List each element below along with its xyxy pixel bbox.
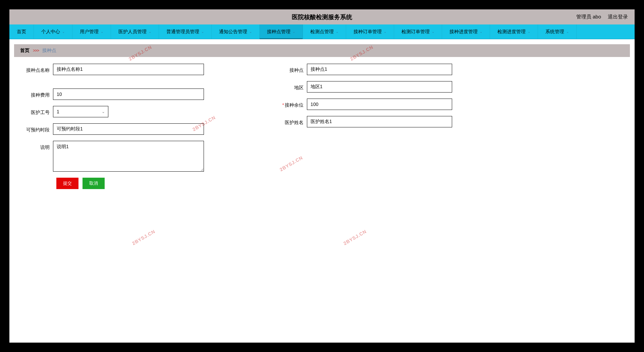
breadcrumb-separator-icon: >>> [33,48,39,53]
nav: 首页个人中心⌄用户管理⌄医护人员管理⌄普通管理员管理⌄通知公告管理⌄接种点管理⌄… [9,24,635,39]
field-description: 说明 [23,141,211,172]
chevron-down-icon: ⌄ [528,30,530,34]
input-timeslot[interactable] [53,123,204,135]
input-site[interactable] [307,64,452,75]
nav-item-label: 接种订单管理 [354,29,382,35]
nav-item-label: 首页 [17,29,26,35]
header: 医院核酸检测服务系统 管理员 abo 退出登录 [9,9,635,24]
chevron-down-icon: ⌄ [101,30,103,34]
field-remaining: *接种余位 [278,99,452,110]
nav-item-label: 医护人员管理 [118,29,147,35]
input-site-name[interactable] [53,64,204,75]
label-staff-name: 医护姓名 [278,116,307,127]
chevron-down-icon: ⌄ [384,30,386,34]
nav-item[interactable]: 普通管理员管理⌄ [159,24,212,39]
chevron-down-icon: ⌄ [480,30,482,34]
nav-item-label: 检测进度管理 [497,29,526,35]
watermark: 2BYSJ.CN [131,229,156,246]
label-description: 说明 [23,141,53,172]
chevron-down-icon: ⌄ [432,30,434,34]
select-wrap-staff-id: ⌄ [53,106,108,117]
form-column-left: 接种点名称 接种费用 医护工号 ⌄ 可预约时段 说明 [23,64,211,189]
nav-item[interactable]: 检测订单管理⌄ [394,24,442,39]
nav-item[interactable]: 接种点管理⌄ [260,24,303,39]
form-area: 接种点名称 接种费用 医护工号 ⌄ 可预约时段 说明 [9,57,635,196]
nav-item-label: 普通管理员管理 [166,29,199,35]
nav-item-label: 个人中心 [41,29,60,35]
chevron-down-icon: ⌄ [566,30,569,34]
chevron-down-icon: ⌄ [149,30,151,34]
required-mark: * [282,102,284,108]
chevron-down-icon: ⌄ [201,30,204,34]
input-cost[interactable] [53,89,204,100]
label-timeslot: 可预约时段 [23,123,53,135]
field-cost: 接种费用 [23,89,211,100]
breadcrumb-current: 接种点 [42,48,56,54]
nav-item[interactable]: 检测点管理⌄ [303,24,346,39]
field-staff-name: 医护姓名 [278,116,452,127]
submit-button[interactable]: 提交 [56,178,78,189]
app-window: 医院核酸检测服务系统 管理员 abo 退出登录 首页个人中心⌄用户管理⌄医护人员… [9,9,635,343]
breadcrumb-home[interactable]: 首页 [20,48,30,54]
nav-item-label: 通知公告管理 [219,29,247,35]
breadcrumb: 首页 >>> 接种点 [14,44,630,57]
nav-item-label: 检测点管理 [310,29,334,35]
input-staff-name[interactable] [307,116,452,127]
nav-item-label: 用户管理 [80,29,99,35]
nav-item[interactable]: 检测进度管理⌄ [490,24,538,39]
page-title: 医院核酸检测服务系统 [292,13,352,21]
logout-link[interactable]: 退出登录 [608,14,628,20]
cancel-button[interactable]: 取消 [83,178,105,189]
nav-item-label: 系统管理 [545,29,564,35]
label-remaining: *接种余位 [278,99,307,110]
chevron-down-icon: ⌄ [249,30,252,34]
form-column-right: 接种点 地区 *接种余位 医护姓名 [278,64,452,189]
label-site: 接种点 [278,64,307,75]
nav-item[interactable]: 系统管理⌄ [538,24,577,39]
label-staff-id: 医护工号 [23,106,53,117]
nav-item[interactable]: 个人中心⌄ [34,24,72,39]
field-site: 接种点 [278,64,452,75]
textarea-description[interactable] [53,141,204,172]
nav-item[interactable]: 医护人员管理⌄ [111,24,159,39]
field-site-name: 接种点名称 [23,64,211,75]
select-staff-id[interactable] [53,106,108,117]
form-buttons: 提交 取消 [56,178,211,189]
nav-item[interactable]: 接种订单管理⌄ [346,24,394,39]
nav-item-label: 检测订单管理 [401,29,430,35]
field-staff-id: 医护工号 ⌄ [23,106,211,117]
watermark: 2BYSJ.CN [342,229,367,246]
header-right: 管理员 abo 退出登录 [576,14,628,20]
input-region[interactable] [307,81,452,93]
input-remaining[interactable] [307,99,452,110]
nav-item[interactable]: 首页 [9,24,34,39]
label-region: 地区 [278,81,307,93]
label-cost: 接种费用 [23,89,53,100]
field-region: 地区 [278,81,452,93]
nav-item[interactable]: 通知公告管理⌄ [212,24,260,39]
nav-item[interactable]: 接种进度管理⌄ [442,24,490,39]
nav-item-label: 接种点管理 [267,29,290,35]
user-label[interactable]: 管理员 abo [576,14,601,20]
field-timeslot: 可预约时段 [23,123,211,135]
chevron-down-icon: ⌄ [62,30,65,34]
nav-item-label: 接种进度管理 [449,29,478,35]
label-site-name: 接种点名称 [23,64,53,75]
chevron-down-icon: ⌄ [292,30,295,34]
nav-item[interactable]: 用户管理⌄ [72,24,111,39]
chevron-down-icon: ⌄ [336,30,338,34]
